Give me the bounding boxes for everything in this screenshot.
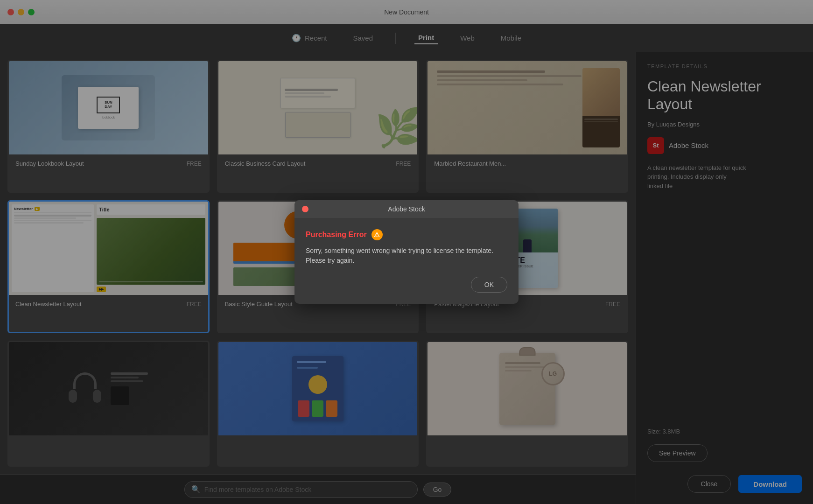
- modal-close-btn[interactable]: [302, 206, 308, 212]
- ok-button[interactable]: OK: [471, 277, 507, 293]
- modal-dialog: Adobe Stock Purchasing Error ⚠ Sorry, so…: [294, 200, 519, 304]
- modal-title-bar: Adobe Stock: [294, 200, 519, 218]
- modal-error-message: Sorry, something went wrong while trying…: [306, 246, 507, 266]
- modal-body: Purchasing Error ⚠ Sorry, something went…: [294, 218, 519, 304]
- modal-overlay: Adobe Stock Purchasing Error ⚠ Sorry, so…: [0, 0, 813, 504]
- modal-error-title: Purchasing Error ⚠: [306, 229, 507, 240]
- purchasing-error-label: Purchasing Error: [306, 231, 367, 239]
- modal-footer: OK: [306, 277, 507, 294]
- warning-icon: ⚠: [371, 229, 383, 240]
- modal-title-text: Adobe Stock: [388, 205, 425, 213]
